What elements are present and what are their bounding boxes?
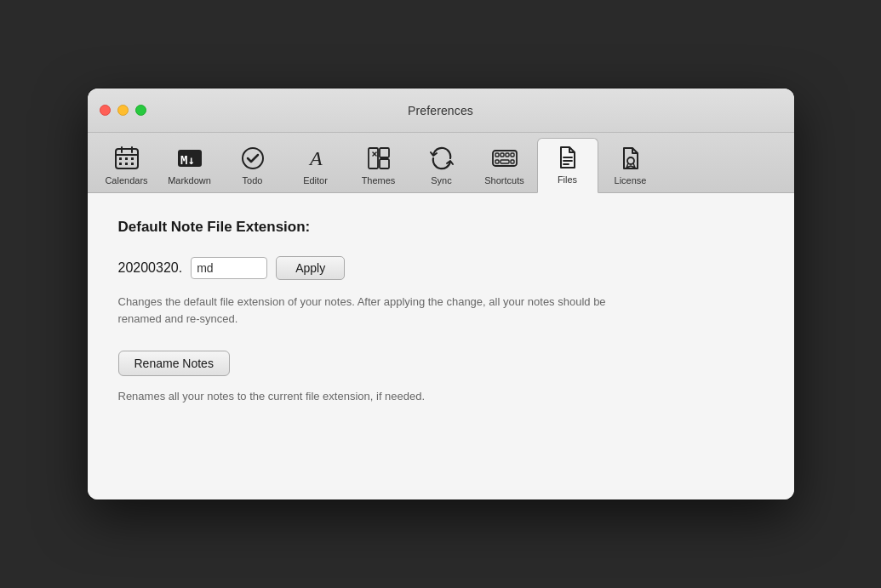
svg-rect-14 (369, 148, 378, 168)
section-title: Default Note File Extension: (118, 219, 764, 236)
svg-rect-26 (511, 160, 514, 163)
svg-point-30 (627, 157, 634, 164)
svg-text:M↓: M↓ (180, 153, 195, 167)
svg-rect-24 (495, 160, 499, 163)
files-icon (554, 144, 581, 171)
markdown-icon: M↓ (176, 145, 203, 172)
tab-files-label: Files (558, 174, 577, 185)
svg-rect-6 (131, 157, 134, 160)
tab-markdown[interactable]: M↓ Markdown (159, 138, 220, 192)
svg-rect-9 (131, 163, 134, 165)
close-button[interactable] (100, 105, 111, 116)
tab-editor[interactable]: A Editor (285, 138, 346, 192)
tab-files[interactable]: Files (537, 138, 598, 193)
tab-themes-label: Themes (362, 175, 396, 186)
shortcuts-icon (491, 145, 518, 172)
minimize-button[interactable] (117, 105, 129, 116)
tab-markdown-label: Markdown (168, 175, 211, 186)
titlebar: Preferences (88, 88, 794, 133)
tab-themes[interactable]: Themes (348, 138, 409, 192)
svg-rect-22 (506, 153, 509, 157)
preferences-window: Preferences Calendars (88, 88, 794, 500)
themes-icon (365, 145, 392, 172)
svg-rect-21 (501, 153, 504, 157)
window-title: Preferences (408, 104, 473, 117)
editor-icon: A (302, 145, 329, 172)
apply-button[interactable]: Apply (276, 256, 345, 280)
maximize-button[interactable] (135, 105, 146, 116)
todo-icon (239, 145, 266, 172)
license-icon (617, 145, 644, 172)
sync-icon (428, 145, 455, 172)
svg-rect-16 (380, 159, 389, 168)
content-area: Default Note File Extension: 20200320. A… (88, 193, 794, 500)
tab-calendars[interactable]: Calendars (96, 138, 157, 192)
svg-rect-8 (125, 163, 128, 165)
tab-shortcuts[interactable]: Shortcuts (474, 138, 535, 192)
svg-text:A: A (308, 147, 323, 169)
prefix-label: 20200320. (118, 260, 183, 276)
rename-help-text: Renames all your notes to the current fi… (118, 388, 764, 405)
svg-rect-7 (119, 163, 122, 165)
tab-editor-label: Editor (303, 175, 328, 186)
svg-point-12 (243, 148, 263, 168)
tab-todo[interactable]: Todo (222, 138, 283, 192)
tab-todo-label: Todo (243, 175, 263, 186)
traffic-lights (100, 105, 146, 116)
extension-input[interactable] (191, 257, 267, 279)
calendars-icon (113, 145, 140, 172)
tab-sync-label: Sync (431, 175, 451, 186)
svg-rect-5 (125, 157, 128, 160)
tab-license-label: License (615, 175, 647, 186)
extension-help-text: Changes the default file extension of yo… (118, 294, 612, 327)
svg-rect-25 (501, 160, 509, 163)
tab-license[interactable]: License (600, 138, 661, 192)
tab-sync[interactable]: Sync (411, 138, 472, 192)
tab-calendars-label: Calendars (105, 175, 147, 186)
svg-rect-23 (511, 153, 514, 157)
rename-notes-button[interactable]: Rename Notes (118, 351, 230, 376)
extension-row: 20200320. Apply (118, 256, 764, 280)
svg-rect-4 (119, 157, 122, 160)
svg-rect-15 (380, 148, 389, 157)
toolbar: Calendars M↓ Markdown Todo (88, 133, 794, 193)
tab-shortcuts-label: Shortcuts (484, 175, 523, 186)
svg-rect-20 (495, 153, 499, 157)
